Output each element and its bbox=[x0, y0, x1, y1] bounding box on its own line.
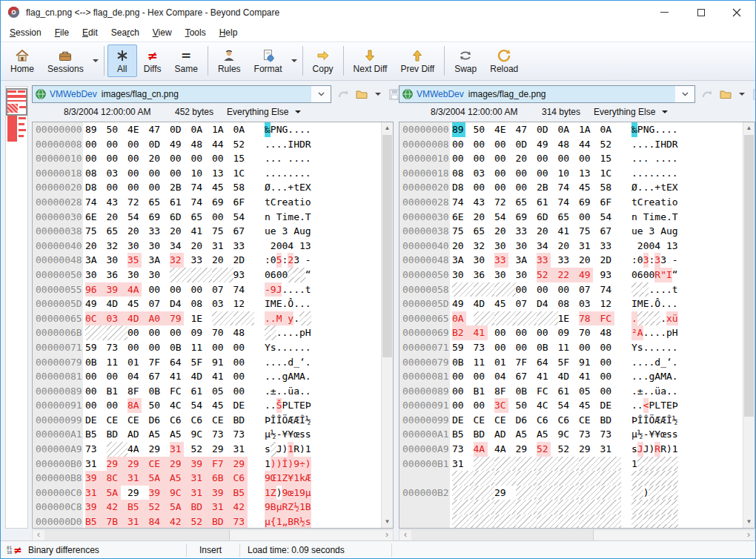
hex-byte[interactable]: 15 bbox=[600, 151, 622, 166]
left-path-dropdown[interactable] bbox=[311, 86, 331, 102]
hex-byte[interactable]: BD bbox=[212, 515, 233, 528]
hex-byte[interactable]: 4A bbox=[474, 442, 495, 457]
hex-byte[interactable]: 73 bbox=[474, 340, 495, 355]
ascii-gap[interactable] bbox=[305, 311, 311, 326]
ascii-char[interactable]: g bbox=[672, 224, 678, 239]
hex-byte[interactable]: 00 bbox=[85, 369, 107, 384]
hex-byte[interactable]: 96 bbox=[85, 282, 107, 297]
hex-gap[interactable] bbox=[474, 457, 495, 472]
hex-byte[interactable]: A5 bbox=[170, 427, 191, 442]
hex-byte[interactable]: B5 bbox=[85, 515, 107, 528]
hex-byte[interactable]: 75 bbox=[579, 224, 600, 239]
ascii-char[interactable]: . bbox=[271, 166, 276, 181]
ascii-char[interactable]: d bbox=[654, 355, 660, 370]
ascii-char[interactable]: 0 bbox=[282, 268, 288, 282]
ascii-gap[interactable] bbox=[672, 471, 678, 486]
ascii-gap[interactable] bbox=[643, 311, 649, 326]
hex-byte[interactable]: 00 bbox=[85, 137, 107, 152]
ascii-char[interactable]: _ bbox=[294, 355, 299, 370]
hex-byte[interactable]: CE bbox=[149, 457, 170, 472]
hex-byte[interactable]: 0B bbox=[149, 384, 170, 399]
ascii-gap[interactable] bbox=[672, 500, 678, 515]
minimize-button[interactable] bbox=[647, 1, 681, 24]
ascii-char[interactable]: . bbox=[265, 398, 271, 413]
hex-byte[interactable]: 49 bbox=[537, 137, 558, 152]
hex-byte[interactable]: 31 bbox=[127, 515, 149, 528]
hex-byte[interactable]: 6F bbox=[600, 195, 622, 210]
ascii-char[interactable]: . bbox=[672, 355, 678, 370]
hex-byte[interactable]: 64 bbox=[170, 355, 191, 370]
hex-byte[interactable]: 00 bbox=[452, 137, 474, 152]
hex-byte[interactable]: 52 bbox=[233, 137, 255, 152]
ascii-char[interactable]: ÷ bbox=[299, 457, 305, 472]
ascii-char[interactable]: ½ bbox=[305, 413, 311, 428]
hex-byte[interactable]: CE bbox=[127, 413, 149, 428]
hex-byte[interactable]: 00 bbox=[107, 180, 128, 195]
hex-byte[interactable]: 33 bbox=[494, 253, 516, 268]
hex-byte[interactable]: 8C bbox=[107, 471, 128, 486]
ascii-char[interactable]: T bbox=[672, 210, 678, 225]
hex-byte[interactable]: 0C bbox=[85, 311, 107, 326]
hex-byte[interactable]: 3A bbox=[85, 253, 107, 268]
ascii-char[interactable]: 9 bbox=[271, 282, 276, 297]
hex-byte[interactable]: 4D bbox=[127, 311, 149, 326]
hex-byte[interactable]: 00 bbox=[537, 151, 558, 166]
ascii-char[interactable] bbox=[288, 224, 294, 239]
hex-byte[interactable]: 6D bbox=[537, 210, 558, 225]
hex-byte[interactable]: 31 bbox=[600, 442, 622, 457]
scroll-right-icon[interactable]: › bbox=[381, 530, 393, 540]
hex-byte[interactable]: 00 bbox=[600, 384, 622, 399]
hex-byte[interactable]: 54 bbox=[600, 210, 622, 225]
hex-gap[interactable] bbox=[191, 268, 213, 282]
hex-byte[interactable]: 01 bbox=[494, 355, 516, 370]
hex-gap[interactable] bbox=[516, 486, 537, 500]
ascii-char[interactable]: T bbox=[305, 210, 311, 225]
ascii-char[interactable] bbox=[637, 210, 643, 225]
hex-byte[interactable]: 65 bbox=[191, 210, 213, 225]
ascii-gap[interactable] bbox=[654, 457, 660, 472]
hex-byte[interactable]: B1 bbox=[107, 384, 128, 399]
ascii-char[interactable] bbox=[649, 151, 654, 166]
hex-byte[interactable]: 31 bbox=[212, 239, 233, 254]
hex-byte[interactable]: 2D bbox=[233, 253, 255, 268]
hex-byte[interactable]: 31 bbox=[212, 500, 233, 515]
hex-byte[interactable]: 00 bbox=[212, 340, 233, 355]
ascii-char[interactable]: µ bbox=[276, 500, 282, 515]
hex-byte[interactable]: 8F bbox=[127, 384, 149, 399]
hex-byte[interactable]: 3A bbox=[452, 253, 474, 268]
ascii-char[interactable]: . bbox=[631, 355, 637, 370]
hex-byte[interactable]: 0B bbox=[170, 340, 191, 355]
ascii-char[interactable]: t bbox=[660, 195, 666, 210]
ascii-char[interactable]: B bbox=[288, 515, 294, 528]
ascii-char[interactable]: . bbox=[649, 340, 654, 355]
ascii-char[interactable]: . bbox=[282, 325, 288, 340]
ascii-char[interactable]: . bbox=[666, 384, 672, 399]
ascii-char[interactable]: 4 bbox=[288, 239, 294, 254]
ascii-char[interactable]: . bbox=[271, 369, 276, 384]
ascii-gap[interactable] bbox=[649, 471, 654, 486]
ascii-char[interactable]: . bbox=[637, 180, 643, 195]
hex-byte[interactable]: 30 bbox=[516, 239, 537, 254]
ascii-char[interactable] bbox=[654, 224, 660, 239]
ascii-char[interactable] bbox=[631, 239, 637, 254]
ascii-char[interactable]: ü bbox=[288, 384, 294, 399]
ascii-char[interactable]: 3 bbox=[294, 253, 299, 268]
ascii-char[interactable]: “ bbox=[672, 268, 678, 282]
ascii-char[interactable]: . bbox=[637, 398, 643, 413]
ascii-char[interactable]: s bbox=[666, 427, 672, 442]
ascii-char[interactable]: . bbox=[276, 325, 282, 340]
hex-byte[interactable]: BD bbox=[233, 413, 255, 428]
hex-byte[interactable]: 9C bbox=[558, 427, 580, 442]
ascii-char[interactable]: µ bbox=[631, 427, 637, 442]
hex-gap[interactable] bbox=[579, 457, 600, 472]
ascii-char[interactable]: G bbox=[282, 122, 288, 137]
hex-byte[interactable]: 00 bbox=[474, 137, 495, 152]
ascii-char[interactable]: H bbox=[294, 137, 299, 152]
ascii-char[interactable]: . bbox=[654, 282, 660, 297]
hex-byte[interactable]: A5 bbox=[537, 427, 558, 442]
hex-byte[interactable]: 73 bbox=[579, 427, 600, 442]
hex-byte[interactable]: 52 bbox=[149, 500, 170, 515]
hex-byte[interactable]: 00 bbox=[85, 384, 107, 399]
hex-byte[interactable]: 45 bbox=[212, 398, 233, 413]
hex-gap[interactable] bbox=[474, 282, 495, 297]
